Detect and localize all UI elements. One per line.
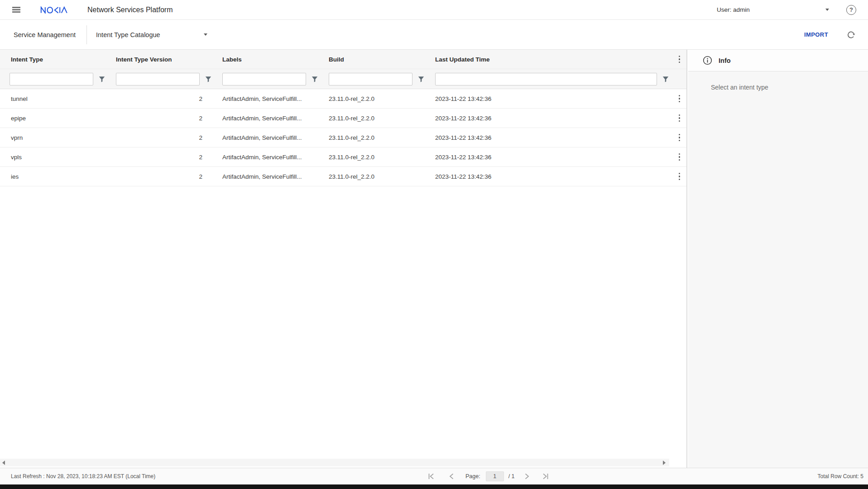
pagination: Page: / 1	[428, 468, 549, 484]
dropdown-caret-icon	[204, 33, 207, 36]
scroll-left-icon[interactable]	[2, 461, 5, 465]
page-total: / 1	[508, 473, 515, 480]
row-actions-kebab-icon[interactable]	[677, 151, 682, 162]
hamburger-icon[interactable]	[12, 7, 20, 13]
page-label: Page:	[465, 473, 480, 480]
row-actions-kebab-icon[interactable]	[677, 171, 682, 182]
column-header-intent-type-version[interactable]: Intent Type Version	[109, 56, 215, 63]
refresh-icon[interactable]	[846, 30, 856, 39]
cell-labels: ArtifactAdmin, ServiceFulfill...	[215, 95, 321, 102]
cell-last-updated: 2023-11-22 13:42:36	[428, 154, 672, 161]
filter-input-intent-type-version[interactable]	[116, 73, 200, 85]
info-icon	[703, 56, 712, 65]
column-header-labels[interactable]: Labels	[215, 56, 321, 63]
info-panel-body: Select an intent type	[688, 71, 868, 91]
toolbar: Service Management Intent Type Catalogue…	[0, 20, 868, 50]
total-row-count: Total Row Count: 5	[818, 468, 863, 484]
cell-intent-type: vprn	[0, 134, 109, 141]
cell-labels: ArtifactAdmin, ServiceFulfill...	[215, 115, 321, 122]
statusbar: Last Refresh : Nov 28, 2023, 10:18:23 AM…	[0, 468, 868, 484]
scroll-right-icon[interactable]	[663, 461, 666, 465]
cell-intent-type: ies	[0, 173, 109, 180]
info-panel: Info Select an intent type	[688, 50, 868, 468]
import-button[interactable]: IMPORT	[804, 31, 828, 38]
toolbar-divider	[86, 25, 87, 44]
cell-last-updated: 2023-11-22 13:42:36	[428, 173, 672, 180]
table-row-ies[interactable]: ies 2 ArtifactAdmin, ServiceFulfill... 2…	[0, 167, 686, 186]
nokia-logo	[40, 6, 67, 14]
last-refresh-text: Last Refresh : Nov 28, 2023, 10:18:23 AM…	[11, 468, 155, 484]
row-actions-kebab-icon[interactable]	[677, 132, 682, 143]
cell-version: 2	[199, 154, 215, 161]
dropdown-caret-icon	[825, 9, 829, 11]
toolbar-right: IMPORT	[804, 30, 868, 39]
table-options-kebab-icon[interactable]	[677, 53, 682, 65]
cell-build: 23.11.0-rel_2.2.0	[321, 115, 428, 122]
next-page-icon[interactable]	[525, 473, 529, 480]
cell-build: 23.11.0-rel_2.2.0	[321, 95, 428, 102]
filter-funnel-icon[interactable]	[312, 76, 318, 82]
filter-input-last-updated-time[interactable]	[435, 73, 657, 85]
view-selector-label: Intent Type Catalogue	[96, 31, 160, 38]
column-header-last-updated-time[interactable]: Last Updated Time	[428, 56, 672, 63]
cell-version: 2	[199, 134, 215, 141]
cell-labels: ArtifactAdmin, ServiceFulfill...	[215, 173, 321, 180]
filter-input-build[interactable]	[329, 73, 412, 85]
info-panel-header: Info	[688, 50, 868, 71]
cell-labels: ArtifactAdmin, ServiceFulfill...	[215, 134, 321, 141]
table-row-vprn[interactable]: vprn 2 ArtifactAdmin, ServiceFulfill... …	[0, 128, 686, 147]
table-row-epipe[interactable]: epipe 2 ArtifactAdmin, ServiceFulfill...…	[0, 109, 686, 128]
table-row-vpls[interactable]: vpls 2 ArtifactAdmin, ServiceFulfill... …	[0, 147, 686, 167]
column-header-intent-type[interactable]: Intent Type	[0, 56, 109, 63]
page-number-input[interactable]	[486, 471, 504, 481]
intent-type-table: Intent Type Intent Type Version Labels B…	[0, 50, 687, 468]
table-header-row: Intent Type Intent Type Version Labels B…	[0, 50, 686, 69]
cell-last-updated: 2023-11-22 13:42:36	[428, 115, 672, 122]
cell-build: 23.11.0-rel_2.2.0	[321, 134, 428, 141]
cell-labels: ArtifactAdmin, ServiceFulfill...	[215, 154, 321, 161]
filter-funnel-icon[interactable]	[99, 76, 105, 82]
table-row-tunnel[interactable]: tunnel 2 ArtifactAdmin, ServiceFulfill..…	[0, 89, 686, 109]
info-panel-title: Info	[719, 57, 731, 64]
table-filter-row	[0, 69, 686, 89]
prev-page-icon[interactable]	[449, 473, 454, 480]
user-label: User: admin	[717, 6, 750, 13]
last-page-icon[interactable]	[542, 473, 549, 480]
section-label: Service Management	[14, 31, 76, 38]
help-icon[interactable]: ?	[846, 5, 856, 15]
first-page-icon[interactable]	[428, 473, 435, 480]
cell-version: 2	[199, 115, 215, 122]
filter-funnel-icon[interactable]	[662, 76, 669, 82]
cell-intent-type: epipe	[0, 115, 109, 122]
info-panel-message: Select an intent type	[711, 84, 768, 91]
cell-version: 2	[199, 95, 215, 102]
cell-build: 23.11.0-rel_2.2.0	[321, 173, 428, 180]
cell-last-updated: 2023-11-22 13:42:36	[428, 95, 672, 102]
cell-build: 23.11.0-rel_2.2.0	[321, 154, 428, 161]
cell-intent-type: tunnel	[0, 95, 109, 102]
app-title: Network Services Platform	[87, 6, 173, 14]
topbar-right: User: admin ?	[717, 5, 868, 15]
filter-funnel-icon[interactable]	[418, 76, 424, 82]
cell-last-updated: 2023-11-22 13:42:36	[428, 134, 672, 141]
filter-input-intent-type[interactable]	[10, 73, 93, 85]
filter-input-labels[interactable]	[222, 73, 306, 85]
user-menu[interactable]: User: admin	[717, 6, 829, 13]
view-selector[interactable]: Intent Type Catalogue	[96, 31, 207, 38]
topbar: Network Services Platform User: admin ?	[0, 0, 868, 20]
column-header-build[interactable]: Build	[321, 56, 428, 63]
row-actions-kebab-icon[interactable]	[677, 112, 682, 123]
bottom-strip	[0, 484, 868, 489]
cell-version: 2	[199, 173, 215, 180]
row-actions-kebab-icon[interactable]	[677, 93, 682, 104]
cell-intent-type: vpls	[0, 154, 109, 161]
filter-funnel-icon[interactable]	[205, 76, 211, 82]
content-area: Intent Type Intent Type Version Labels B…	[0, 50, 868, 468]
app-root: Network Services Platform User: admin ? …	[0, 0, 868, 489]
horizontal-scrollbar[interactable]	[0, 459, 669, 466]
